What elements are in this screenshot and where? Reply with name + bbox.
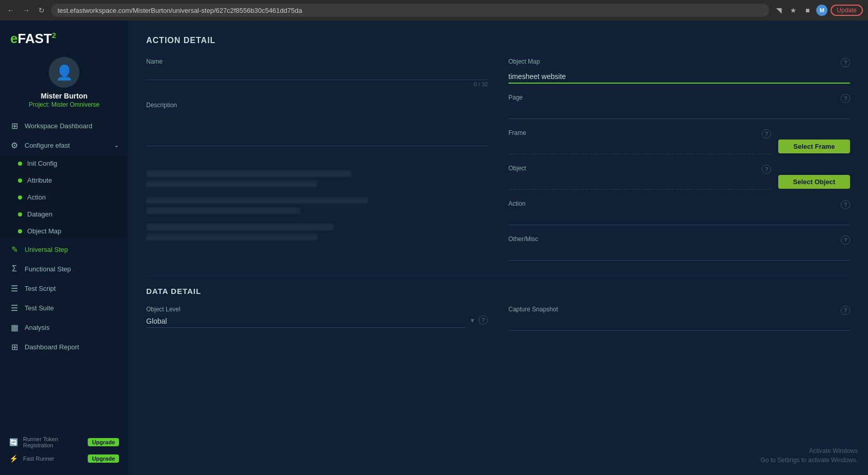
- bookmark-icon[interactable]: ★: [787, 5, 799, 16]
- list-icon: ☰: [9, 283, 19, 293]
- gear-icon: ⚙: [9, 140, 19, 150]
- browser-bar: ← → ↻ ◥ ★ ■ M Update: [0, 0, 868, 21]
- analysis-icon: ▦: [9, 322, 19, 332]
- object-map-help-icon[interactable]: ?: [841, 58, 850, 67]
- fast-runner-label: Fast Runner: [23, 456, 83, 462]
- sidebar-item-analysis[interactable]: ▦ Analysis: [0, 318, 128, 337]
- object-field: Object ?: [508, 165, 771, 190]
- sidebar-item-functional-step[interactable]: Σ Functional Step: [0, 259, 128, 279]
- sidebar-item-test-suite[interactable]: ☰ Test Suite: [0, 298, 128, 318]
- sidebar: eFAST2 👤 Mister Burton Project: Mister O…: [0, 21, 128, 475]
- back-button[interactable]: ←: [5, 5, 16, 16]
- object-input[interactable]: [508, 177, 771, 190]
- extensions-icon[interactable]: ■: [802, 5, 813, 16]
- action-detail-title: ACTION DETAIL: [146, 36, 850, 45]
- object-level-select[interactable]: Global Local Custom: [146, 315, 466, 328]
- sidebar-item-attribute[interactable]: Attribute: [0, 172, 128, 189]
- sidebar-label: Configure efast: [25, 142, 109, 149]
- frame-row: Frame ? Select Frame: [508, 129, 850, 154]
- pencil-icon: ✎: [9, 244, 19, 254]
- sidebar-nav: ⊞ Workspace Dashboard ⚙ Configure efast …: [0, 116, 128, 429]
- capture-snapshot-field: Capture Snapshot ?: [508, 306, 850, 331]
- sidebar-label: Action: [27, 193, 119, 201]
- action-help-icon[interactable]: ?: [841, 200, 850, 209]
- sidebar-item-universal-step[interactable]: ✎ Universal Step: [0, 240, 128, 259]
- frame-label: Frame: [508, 129, 526, 136]
- select-arrow-icon: ▼: [469, 317, 476, 324]
- frame-input[interactable]: [508, 142, 771, 154]
- runner-token-upgrade-button[interactable]: Upgrade: [88, 438, 119, 446]
- sidebar-item-action[interactable]: Action: [0, 189, 128, 206]
- select-frame-button[interactable]: Select Frame: [778, 140, 850, 153]
- suite-icon: ☰: [9, 303, 19, 313]
- capture-snapshot-input[interactable]: [508, 318, 850, 331]
- avatar: 👤: [49, 57, 80, 88]
- object-level-help-icon[interactable]: ?: [479, 315, 488, 325]
- action-form: Name 0 / 32 Description: [146, 58, 850, 261]
- runner-token-icon: 🔄: [9, 438, 18, 446]
- sidebar-item-configure-efast[interactable]: ⚙ Configure efast ⌄: [0, 135, 128, 155]
- sidebar-label: Workspace Dashboard: [25, 122, 119, 130]
- object-map-label: Object Map: [508, 58, 540, 65]
- sidebar-item-workspace-dashboard[interactable]: ⊞ Workspace Dashboard: [0, 116, 128, 135]
- select-object-button[interactable]: Select Object: [778, 175, 850, 189]
- fast-runner-upgrade-button[interactable]: Upgrade: [88, 454, 119, 463]
- page-label: Page: [508, 94, 523, 101]
- data-detail-form: Object Level Global Local Custom ▼ ? Cap…: [146, 306, 850, 331]
- left-column: Name 0 / 32 Description: [146, 58, 488, 261]
- object-row: Object ? Select Object: [508, 165, 850, 190]
- description-textarea[interactable]: [146, 111, 488, 146]
- sidebar-label: Dashboard Report: [25, 343, 119, 351]
- capture-snapshot-help-icon[interactable]: ?: [841, 306, 850, 315]
- object-map-input[interactable]: [508, 70, 850, 84]
- reload-button[interactable]: ↻: [36, 5, 47, 16]
- object-level-field: Object Level Global Local Custom ▼ ?: [146, 306, 488, 331]
- action-label: Action: [508, 200, 525, 207]
- other-misc-label: Other/Misc: [508, 235, 538, 243]
- sidebar-submenu-configure: Init Config Attribute Action Datagen Obj…: [0, 155, 128, 240]
- other-misc-field: Other/Misc ?: [508, 235, 850, 261]
- sidebar-label: Attribute: [27, 176, 119, 184]
- fast-runner-icon: ⚡: [9, 454, 18, 463]
- sidebar-item-object-map[interactable]: Object Map: [0, 223, 128, 240]
- sidebar-item-init-config[interactable]: Init Config: [0, 155, 128, 172]
- page-input[interactable]: [508, 106, 850, 119]
- sigma-icon: Σ: [9, 264, 19, 274]
- windows-watermark: Activate Windows Go to Settings to activ…: [761, 446, 858, 465]
- sidebar-label: Functional Step: [25, 265, 119, 273]
- main-content: ACTION DETAIL Name 0 / 32 Description: [128, 21, 868, 475]
- user-project: Project: Mister Omniverse: [29, 101, 100, 108]
- update-button[interactable]: Update: [831, 5, 863, 16]
- data-detail-title: DATA DETAIL: [146, 287, 850, 295]
- object-help-icon[interactable]: ?: [762, 165, 771, 174]
- fast-runner-item: ⚡ Fast Runner Upgrade: [9, 451, 119, 466]
- object-level-label: Object Level: [146, 306, 488, 313]
- sidebar-item-dashboard-report[interactable]: ⊞ Dashboard Report: [0, 337, 128, 357]
- bullet-icon: [18, 229, 22, 233]
- runner-token-item: 🔄 Runner Token Registration Upgrade: [9, 433, 119, 451]
- sidebar-bottom: 🔄 Runner Token Registration Upgrade ⚡ Fa…: [0, 429, 128, 470]
- object-map-field: Object Map ?: [508, 58, 850, 84]
- sidebar-item-test-script[interactable]: ☰ Test Script: [0, 279, 128, 298]
- frame-field: Frame ?: [508, 129, 771, 154]
- logo: eFAST2: [0, 21, 128, 52]
- user-name: Mister Burton: [41, 92, 88, 100]
- action-input[interactable]: [508, 212, 850, 225]
- windows-watermark-line2: Go to Settings to activate Windows.: [761, 456, 858, 465]
- runner-token-label: Runner Token Registration: [23, 436, 83, 448]
- other-misc-input[interactable]: [508, 248, 850, 261]
- avatar: M: [816, 5, 827, 16]
- page-help-icon[interactable]: ?: [841, 94, 850, 103]
- sidebar-label: Object Map: [27, 227, 119, 235]
- name-input[interactable]: [146, 67, 488, 80]
- capture-snapshot-label: Capture Snapshot: [508, 306, 558, 313]
- cast-icon[interactable]: ◥: [773, 5, 784, 16]
- other-misc-help-icon[interactable]: ?: [841, 235, 850, 245]
- description-label: Description: [146, 102, 488, 109]
- forward-button[interactable]: →: [21, 5, 32, 16]
- frame-help-icon[interactable]: ?: [762, 129, 771, 138]
- right-column: Object Map ? Page ?: [508, 58, 850, 261]
- url-bar[interactable]: [51, 4, 769, 17]
- page-field: Page ?: [508, 94, 850, 119]
- sidebar-item-datagen[interactable]: Datagen: [0, 206, 128, 223]
